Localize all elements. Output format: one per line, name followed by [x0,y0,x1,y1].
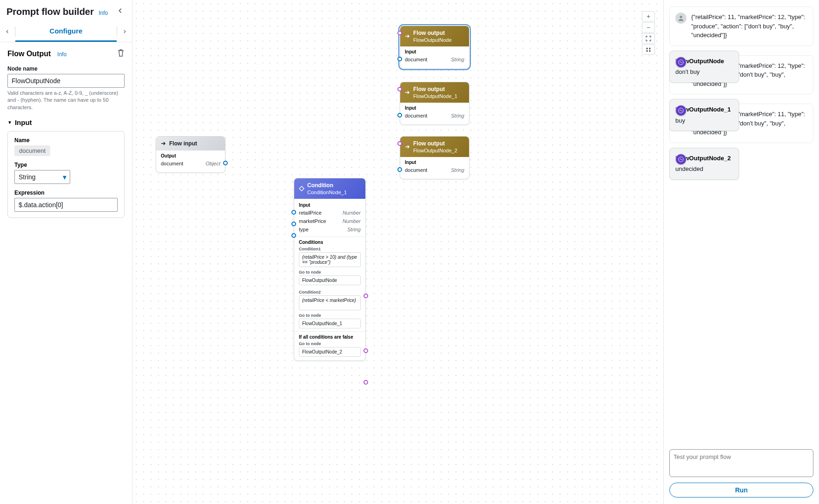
expression-input[interactable] [14,198,118,212]
collapse-sidebar-button[interactable] [115,6,125,18]
port-type: Number [343,218,361,224]
input-port[interactable] [291,210,296,215]
canvas-settings-button[interactable] [642,45,655,55]
port-name: retailPrice [299,210,322,216]
node-flow-output-0[interactable]: Flow output FlowOutputNode Input documen… [400,26,469,69]
svg-point-2 [647,51,648,52]
flow-canvas[interactable]: + − Flow input Output [132,0,663,504]
goto2-input[interactable] [299,319,361,328]
svg-point-3 [649,51,651,52]
cond-out-port[interactable] [363,294,368,298]
message-text: buy [675,116,733,125]
tab-configure[interactable]: Configure [15,21,117,42]
message-text: {"retailPrice": 11, "marketPrice": 12, "… [691,13,807,40]
input-section-toggle[interactable]: ▼ Input [7,118,125,126]
caret-down-icon: ▼ [7,120,12,125]
message-list: {"retailPrice": 11, "marketPrice": 12, "… [669,7,813,152]
edge-layer [132,0,272,70]
sub-expr-label: Expression [14,190,118,196]
input-type-select[interactable]: String [14,170,70,184]
node-head-title: Flow output [413,30,452,36]
input-subbox: Name document Type String ▾ Expression [7,131,125,218]
conditions-title: Conditions [299,240,361,245]
node-message: FlowOutputNode_2undecided [669,148,739,180]
node-body-label: Input [405,160,464,165]
cond-out-port[interactable] [363,380,368,385]
zoom-in-button[interactable]: + [642,11,655,21]
node-flow-input[interactable]: Flow input Output document Object [156,136,225,173]
input-port[interactable] [397,57,402,61]
delete-node-button[interactable] [117,49,125,59]
cond-port[interactable] [397,31,402,35]
port-name: document [161,161,183,166]
app-title: Prompt flow builder [7,7,94,17]
node-flow-output-1[interactable]: Flow output FlowOutputNode_1 Input docum… [400,82,469,125]
flow-output-icon [405,33,410,39]
input-port[interactable] [397,113,402,118]
node-avatar-icon [675,57,687,68]
svg-point-1 [649,48,651,49]
goto1-input[interactable] [299,275,361,285]
sidebar-header: Prompt flow builder Info [0,0,132,21]
node-head-sub: FlowOutputNode [413,37,452,43]
input-port[interactable] [397,167,402,172]
flow-input-icon [161,141,166,146]
svg-point-0 [647,48,648,49]
port-name: document [405,113,427,118]
app-info-link[interactable]: Info [99,10,108,16]
cond-port[interactable] [397,87,402,92]
goto-label: Go to node [299,341,361,346]
test-prompt-input[interactable] [669,449,813,477]
goto-label: Go to node [299,313,361,318]
node-flow-output-2[interactable]: Flow output FlowOutputNode_2 Input docum… [400,136,469,179]
zoom-out-button[interactable]: − [642,22,655,33]
input-port[interactable] [291,233,296,238]
goto3-input[interactable] [299,347,361,357]
node-avatar-icon [675,154,687,165]
cond-out-port[interactable] [363,348,368,353]
node-body-label: Input [405,105,464,111]
tab-prev-button[interactable] [0,23,15,40]
cond-port[interactable] [397,141,402,146]
sidebar-tabs: Configure [0,21,132,42]
node-message: FlowOutputNode_1buy [669,99,739,131]
sub-name-label: Name [14,137,118,144]
node-head-sub: ConditionNode_1 [307,190,347,195]
node-body-label: Input [405,49,464,54]
flow-output-icon [405,90,410,95]
condition-icon [299,186,304,191]
panel-info-link[interactable]: Info [57,51,66,58]
user-message: {"retailPrice": 11, "marketPrice": 12, "… [669,7,813,46]
node-head-title: Condition [307,182,347,189]
input-section-label: Input [15,118,32,126]
condition2-expr[interactable]: (retailPrice < marketPrice) [299,295,361,310]
tab-next-button[interactable] [117,23,132,40]
run-button[interactable]: Run [669,483,813,497]
flow-output-icon [405,144,410,150]
condition1-label: Condition1 [299,247,361,251]
node-head-sub: FlowOutputNode_1 [413,93,457,99]
fit-view-button[interactable] [642,33,655,44]
condition1-expr[interactable]: (retailPrice > 10) and (type == "produce… [299,252,361,267]
configure-panel: Flow Output Info Node name Valid charact… [0,42,132,224]
port-name: type [299,227,309,232]
node-condition[interactable]: Condition ConditionNode_1 Input retailPr… [294,178,366,361]
port-name: document [405,167,427,173]
node-head-title: Flow input [169,140,197,147]
node-name-label: Node name [7,65,125,72]
node-name-input[interactable] [7,74,125,88]
port-type: Number [343,210,361,216]
message-text: undecided [675,164,733,174]
test-input-area: Run [669,449,813,497]
output-port[interactable] [223,161,228,165]
port-name: marketPrice [299,218,326,224]
message-text: don't buy [675,67,733,77]
port-type: Object [205,161,220,166]
node-avatar-icon [675,105,687,116]
port-name: document [405,57,427,62]
node-body-label: Output [161,153,220,158]
else-label: If all conditions are false [299,334,361,340]
test-panel: {"retailPrice": 11, "marketPrice": 12, "… [663,0,819,504]
input-port[interactable] [291,222,296,226]
node-head-sub: FlowOutputNode_2 [413,148,457,153]
